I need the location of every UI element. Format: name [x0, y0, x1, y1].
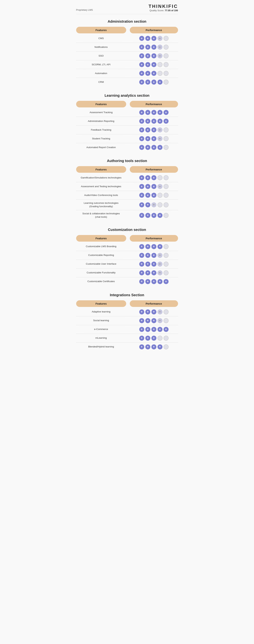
dot-circle-empty — [164, 53, 169, 58]
table-row: Social learning+ — [76, 316, 178, 325]
performance-dots — [130, 62, 178, 67]
section-learning-analytics: Learning analytics sectionFeaturesPerfor… — [76, 94, 178, 152]
performance-dots: + — [130, 128, 178, 132]
brand-info: THINKIFIC Quality Score: 77.05 of 100 — [149, 4, 178, 12]
dot-filled — [151, 213, 156, 218]
quality-value: 77.05 of 100 — [165, 9, 178, 12]
dot-empty: + — [158, 53, 163, 58]
dot-filled — [139, 244, 144, 249]
feature-name: Social & collaboration technologies (cha… — [76, 212, 126, 219]
dot-filled — [151, 279, 156, 284]
dot-filled — [151, 110, 156, 115]
dot-circle-empty — [164, 136, 169, 141]
dot-filled — [145, 175, 150, 180]
dot-filled — [158, 145, 163, 150]
dot-filled — [139, 327, 144, 332]
dot-empty: + — [158, 262, 163, 266]
dot-filled — [151, 36, 156, 41]
header-features: Features — [76, 166, 126, 173]
dot-filled — [151, 244, 156, 249]
table-row: Customizable LMS Branding — [76, 242, 178, 251]
header-performance: Performance — [130, 166, 178, 173]
dot-filled — [145, 213, 150, 218]
dot-filled — [145, 53, 150, 58]
dot-circle-empty — [164, 80, 169, 84]
section-authoring-tools: Authoring tools sectionFeaturesPerforman… — [76, 159, 178, 220]
dot-circle-empty — [164, 310, 169, 314]
dot-filled — [145, 279, 150, 284]
dot-empty: + — [158, 128, 163, 132]
table-row: mLearning — [76, 334, 178, 342]
table-row: Blended/Hybrid learning — [76, 342, 178, 351]
dot-filled — [164, 279, 169, 284]
dot-filled — [151, 53, 156, 58]
dot-filled — [151, 193, 156, 198]
performance-dots — [130, 193, 178, 198]
feature-name: Automated Report Creation — [76, 146, 126, 149]
dot-circle-empty — [164, 175, 169, 180]
dot-circle-empty — [164, 193, 169, 198]
dot-filled — [139, 44, 144, 50]
table-row: Feedback Tracking+ — [76, 126, 178, 134]
dot-circle-empty — [164, 36, 169, 41]
dot-filled — [139, 62, 144, 67]
feature-name: Customizable User Interface — [76, 262, 126, 266]
performance-dots: + — [130, 253, 178, 258]
dot-circle-empty — [164, 62, 169, 67]
dot-filled — [158, 213, 163, 218]
dot-filled — [151, 253, 156, 258]
table-row: CRM — [76, 78, 178, 86]
table-row: Notifications+ — [76, 43, 178, 52]
performance-dots — [130, 71, 178, 76]
table-header-administration: FeaturesPerformance — [76, 27, 178, 33]
table-row: Automated Report Creation — [76, 143, 178, 152]
performance-dots — [130, 244, 178, 249]
header-features: Features — [76, 300, 126, 307]
dot-filled — [151, 310, 156, 314]
feature-name: Adaptive learning — [76, 310, 126, 314]
performance-dots — [130, 336, 178, 341]
table-row: Social & collaboration technologies (cha… — [76, 210, 178, 220]
dot-filled — [151, 327, 156, 332]
feature-name: Customizable Reporting — [76, 254, 126, 257]
dot-filled — [139, 336, 144, 341]
dot-filled — [139, 175, 144, 180]
header-features: Features — [76, 101, 126, 108]
dot-filled — [145, 36, 150, 41]
feature-name: Social learning — [76, 319, 126, 322]
feature-name: SCORM, LTI, API — [76, 63, 126, 66]
table-header-authoring-tools: FeaturesPerformance — [76, 166, 178, 173]
table-row: Administration Reporting — [76, 117, 178, 126]
section-title-administration: Administration section — [76, 20, 178, 24]
dot-circle-empty — [164, 253, 169, 258]
quality-label: Quality Score: — [150, 9, 164, 12]
quality-score: Quality Score: 77.05 of 100 — [149, 9, 178, 12]
dot-filled — [145, 253, 150, 258]
dot-empty: + — [158, 253, 163, 258]
dot-circle-empty — [164, 184, 169, 189]
dot-empty: + — [158, 36, 163, 41]
dot-filled — [145, 327, 150, 332]
dot-filled — [164, 110, 169, 115]
feature-name: Customizable LMS Branding — [76, 245, 126, 248]
section-title-customization: Customization section — [76, 228, 178, 232]
feature-name: e-Commerce — [76, 328, 126, 331]
dot-filled — [145, 244, 150, 249]
dot-filled — [145, 145, 150, 150]
dot-filled — [151, 62, 156, 67]
dot-circle-empty — [164, 262, 169, 266]
feature-name: mLearning — [76, 336, 126, 340]
table-header-customization: FeaturesPerformance — [76, 235, 178, 242]
table-row: Audio/Video Conferencing tools — [76, 191, 178, 200]
table-row: Assessment and Testing technologies+ — [76, 182, 178, 191]
header-features: Features — [76, 235, 126, 242]
feature-name: CMS — [76, 37, 126, 40]
dot-filled — [145, 336, 150, 341]
dot-circle-empty — [164, 213, 169, 218]
feature-name: Learning outcomes technologies (Grading … — [76, 202, 126, 208]
table-header-learning-analytics: FeaturesPerformance — [76, 101, 178, 108]
dot-filled — [139, 193, 144, 198]
dot-empty: + — [158, 310, 163, 314]
performance-dots: + — [130, 270, 178, 275]
dot-filled — [151, 136, 156, 141]
